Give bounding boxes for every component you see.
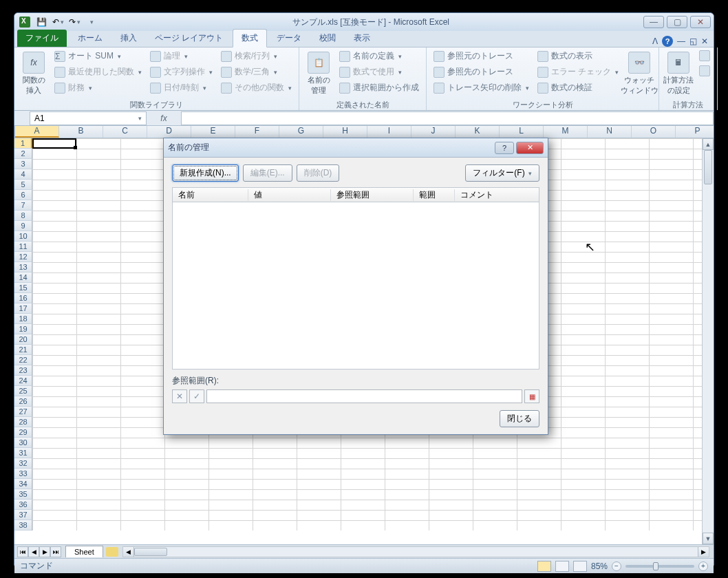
math-button[interactable]: 数学/三角▾ <box>218 65 295 79</box>
trace-dependents-button[interactable]: 参照先のトレース <box>431 65 532 79</box>
fx-label[interactable]: fx <box>147 114 181 123</box>
watch-window-button[interactable]: 👓 ウォッチ ウィンドウ <box>624 49 654 98</box>
row-header[interactable]: 23 <box>14 365 32 376</box>
remove-arrows-button[interactable]: トレース矢印の削除▾ <box>431 81 532 95</box>
lookup-button[interactable]: 検索/行列▾ <box>218 49 295 63</box>
scroll-right-icon[interactable]: ▶ <box>698 547 709 557</box>
tab-insert[interactable]: 挿入 <box>112 30 145 47</box>
tab-home[interactable]: ホーム <box>69 30 111 47</box>
dialog-close-button[interactable]: ✕ <box>516 142 544 154</box>
row-header[interactable]: 33 <box>14 469 32 479</box>
row-header[interactable]: 29 <box>14 427 32 438</box>
col-name[interactable]: 名前 <box>173 189 248 201</box>
calc-options-button[interactable]: 🖩 計算方法 の設定 <box>663 49 694 98</box>
use-in-formula-button[interactable]: 数式で使用▾ <box>336 65 422 79</box>
row-header[interactable]: 38 <box>14 520 32 531</box>
recent-functions-button[interactable]: 最近使用した関数▾ <box>52 65 144 79</box>
row-header[interactable]: 14 <box>14 272 32 283</box>
next-sheet-button[interactable]: ▶ <box>39 546 50 557</box>
show-formulas-button[interactable]: 数式の表示 <box>535 49 621 63</box>
column-header[interactable]: H <box>323 126 367 138</box>
scroll-thumb[interactable] <box>704 150 712 184</box>
tab-review[interactable]: 校閲 <box>311 30 344 47</box>
new-button[interactable]: 新規作成(N)... <box>172 164 239 182</box>
logical-button[interactable]: 論理▾ <box>147 49 215 63</box>
zoom-in-button[interactable]: + <box>698 561 708 571</box>
row-header[interactable]: 17 <box>14 303 32 314</box>
prev-sheet-button[interactable]: ◀ <box>28 546 39 557</box>
column-header[interactable]: P <box>676 126 714 138</box>
tab-file[interactable]: ファイル <box>17 30 67 47</box>
row-header[interactable]: 18 <box>14 314 32 324</box>
scroll-left-icon[interactable]: ◀ <box>123 547 134 557</box>
new-sheet-button[interactable] <box>106 547 118 557</box>
text-button[interactable]: 文字列操作▾ <box>147 65 215 79</box>
name-manager-button[interactable]: 📋 名前の 管理 <box>303 49 334 98</box>
doc-minimize-icon[interactable]: — <box>677 36 685 46</box>
error-check-button[interactable]: エラー チェック▾ <box>535 65 621 79</box>
undo-button[interactable]: ↶▾ <box>50 15 65 29</box>
scroll-down-icon[interactable]: ▼ <box>703 533 714 544</box>
column-header[interactable]: G <box>279 126 323 138</box>
name-list[interactable] <box>172 202 539 370</box>
close-dialog-button[interactable]: 閉じる <box>500 410 539 427</box>
name-box[interactable]: A1▾ <box>30 111 147 125</box>
row-header[interactable]: 10 <box>14 231 32 242</box>
tab-view[interactable]: 表示 <box>345 30 378 47</box>
col-scope[interactable]: 範囲 <box>414 189 455 201</box>
normal-view-button[interactable] <box>537 561 551 572</box>
row-header[interactable]: 5 <box>14 180 32 190</box>
qat-customize[interactable]: ▾ <box>83 15 98 29</box>
row-header[interactable]: 34 <box>14 479 32 489</box>
maximize-button[interactable]: ▢ <box>667 16 687 28</box>
col-value[interactable]: 値 <box>248 189 331 201</box>
column-header[interactable]: D <box>147 126 191 138</box>
zoom-level[interactable]: 85% <box>591 561 608 571</box>
define-name-button[interactable]: 名前の定義▾ <box>336 49 422 63</box>
range-picker-button[interactable]: ▦ <box>524 389 539 403</box>
redo-button[interactable]: ↷▾ <box>67 15 82 29</box>
save-button[interactable]: 💾 <box>34 15 49 29</box>
dialog-titlebar[interactable]: 名前の管理 ? ✕ <box>164 138 548 158</box>
dialog-help-button[interactable]: ? <box>495 142 514 154</box>
doc-restore-icon[interactable]: ◱ <box>689 36 697 46</box>
help-icon[interactable]: ? <box>662 36 673 47</box>
row-header[interactable]: 24 <box>14 376 32 386</box>
app-icon[interactable] <box>17 15 32 29</box>
row-header[interactable]: 20 <box>14 334 32 345</box>
row-header[interactable]: 31 <box>14 448 32 458</box>
row-header[interactable]: 9 <box>14 221 32 231</box>
column-header[interactable]: M <box>544 126 588 138</box>
column-header[interactable]: K <box>456 126 500 138</box>
row-header[interactable]: 37 <box>14 510 32 520</box>
autosum-button[interactable]: Σオート SUM▾ <box>52 49 144 63</box>
datetime-button[interactable]: 日付/時刻▾ <box>147 81 215 95</box>
close-button[interactable]: ✕ <box>690 16 711 28</box>
row-header[interactable]: 36 <box>14 500 32 510</box>
delete-button[interactable]: 削除(D) <box>297 164 340 182</box>
minimize-button[interactable]: — <box>643 16 664 28</box>
trace-precedents-button[interactable]: 参照元のトレース <box>431 49 532 63</box>
row-header[interactable]: 21 <box>14 345 32 355</box>
sheet-tab[interactable]: Sheet <box>65 546 103 557</box>
calc-sheet-button[interactable] <box>696 64 713 78</box>
row-header[interactable]: 4 <box>14 169 32 180</box>
scroll-up-icon[interactable]: ▲ <box>703 138 714 150</box>
calc-now-button[interactable] <box>696 49 713 63</box>
column-header[interactable]: C <box>103 126 147 138</box>
column-header[interactable]: L <box>500 126 544 138</box>
financial-button[interactable]: 財務▾ <box>52 81 144 95</box>
row-header[interactable]: 25 <box>14 386 32 396</box>
row-header[interactable]: 26 <box>14 396 32 407</box>
tab-data[interactable]: データ <box>268 30 310 47</box>
row-header[interactable]: 1 <box>14 138 32 149</box>
horizontal-scrollbar[interactable]: ◀ ▶ <box>122 546 709 557</box>
page-break-view-button[interactable] <box>573 561 587 572</box>
col-refersto[interactable]: 参照範囲 <box>331 189 414 201</box>
doc-close-icon[interactable]: ✕ <box>701 36 708 46</box>
column-header[interactable]: I <box>367 126 411 138</box>
row-header[interactable]: 27 <box>14 407 32 417</box>
row-header[interactable]: 11 <box>14 242 32 252</box>
vertical-scrollbar[interactable]: ▲ ▼ <box>702 138 714 544</box>
column-header[interactable]: J <box>411 126 456 138</box>
